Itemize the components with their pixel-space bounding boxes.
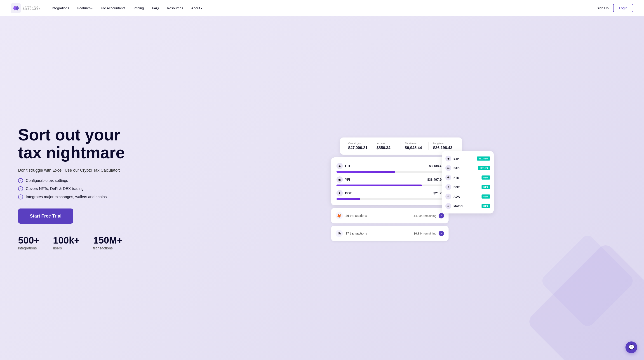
nav-pricing[interactable]: Pricing xyxy=(134,6,144,10)
stat-integrations: 500+ integrations xyxy=(18,235,40,250)
hero-title: Sort out your tax nightmare xyxy=(18,126,154,162)
check-icon-1: ✓ xyxy=(18,178,23,183)
crypto-left-btc: ◎ BTC xyxy=(446,165,460,171)
crypto-name-dot: DOT xyxy=(454,185,460,189)
stat-label-transactions: transactions xyxy=(93,246,123,250)
summary-label-2: Short term xyxy=(405,142,426,145)
nav-actions: Sign Up Login xyxy=(596,4,633,12)
tx-label-2: 17 transactions xyxy=(346,232,367,235)
stat-number-users: 100k+ xyxy=(53,235,80,246)
crypto-badge-eth: 881.88% xyxy=(477,156,490,161)
crypto-badge-ada: 49% xyxy=(482,194,490,199)
yfi-progress-fill xyxy=(336,185,422,186)
nav-faq[interactable]: FAQ xyxy=(152,6,159,10)
tx-label-1: 46 transactions xyxy=(346,214,367,218)
nav-about[interactable]: About xyxy=(191,6,202,10)
yfi-icon: ◉ xyxy=(336,176,343,183)
tx-check-2: ✓ xyxy=(438,231,444,236)
tx-check-1: ✓ xyxy=(438,213,444,218)
dot-name: DOT xyxy=(345,191,352,195)
crypto-icon-ada: ✧ xyxy=(446,194,451,199)
stat-number-transactions: 150M+ xyxy=(93,235,123,246)
hero-right: Overall gain $47,000.21 Income $856.34 S… xyxy=(154,133,626,243)
dot-progress-fill xyxy=(336,198,360,200)
assets-card: ◈ ETH $3,138.47 ◉ YFI xyxy=(331,157,448,205)
eth-name: ETH xyxy=(345,164,352,168)
summary-short-term: Short term $9,945.44 xyxy=(402,142,429,150)
crypto-name-btc: BTC xyxy=(454,166,460,170)
feature-item-1: ✓ Configurable tax settings xyxy=(18,178,154,183)
feature-text-2: Covers NFTs, DeFi & DEX trading xyxy=(26,187,84,191)
yfi-progress-bar xyxy=(336,185,443,186)
nav-features[interactable]: Features xyxy=(77,6,93,10)
logo[interactable]: CryptoTax CALCULATOR xyxy=(11,3,41,13)
crypto-badge-ftm: 58% xyxy=(482,175,490,180)
hero-stats: 500+ integrations 100k+ users 150M+ tran… xyxy=(18,235,154,250)
asset-row-eth: ◈ ETH $3,138.47 xyxy=(336,163,443,173)
dot-progress-bar xyxy=(336,198,443,200)
summary-income: Income $856.34 xyxy=(374,142,400,150)
stat-number-integrations: 500+ xyxy=(18,235,40,246)
summary-label-0: Overall gain xyxy=(348,142,369,145)
tx-remaining-1: $4,334 remaining xyxy=(414,214,436,218)
logo-text: CryptoTax CALCULATOR xyxy=(22,6,41,11)
hero-features: ✓ Configurable tax settings ✓ Covers NFT… xyxy=(18,178,154,199)
asset-row-yfi: ◉ YFI $38,497.90 xyxy=(336,176,443,186)
nav-integrations[interactable]: Integrations xyxy=(52,6,69,10)
crypto-item-eth: ◈ ETH 881.88% xyxy=(446,156,490,161)
crypto-name-ada: ADA xyxy=(454,195,460,198)
check-icon-3: ✓ xyxy=(18,194,23,199)
crypto-name-eth: ETH xyxy=(454,157,460,160)
crypto-item-btc: ◎ BTC 32.16% xyxy=(446,165,490,171)
tx-icon-1: 🦊 xyxy=(336,212,343,219)
crypto-badge-dot: 61% xyxy=(482,185,490,189)
crypto-badge-btc: 32.16% xyxy=(478,166,490,170)
asset-row-dot: ✦ DOT $21.21 xyxy=(336,190,443,200)
cta-button[interactable]: Start Free Trial xyxy=(18,208,73,224)
eth-progress-bar xyxy=(336,171,443,173)
crypto-left-ada: ✧ ADA xyxy=(446,194,460,199)
nav-links: Integrations Features For Accountants Pr… xyxy=(52,6,596,10)
stat-transactions: 150M+ transactions xyxy=(93,235,123,250)
nav-resources[interactable]: Resources xyxy=(167,6,183,10)
hero-subtitle: Don't struggle with Excel. Use our Crypt… xyxy=(18,168,154,173)
chat-widget[interactable]: 💬 xyxy=(626,341,637,353)
tx-right-2: $6,334 remaining ✓ xyxy=(414,231,444,236)
summary-overall-gain: Overall gain $47,000.21 xyxy=(346,142,372,150)
summary-label-3: Long term xyxy=(433,142,454,145)
crypto-item-dot: ✦ DOT 61% xyxy=(446,184,490,190)
crypto-name-ftm: FTM xyxy=(454,176,460,179)
tx-right-1: $4,334 remaining ✓ xyxy=(414,213,444,218)
crypto-badge-matic: 31% xyxy=(482,204,490,208)
hero-title-line2: tax nightmare xyxy=(18,144,125,162)
nav-for-accountants[interactable]: For Accountants xyxy=(101,6,125,10)
check-icon-2: ✓ xyxy=(18,186,23,191)
crypto-name-matic: MATIC xyxy=(454,204,462,208)
signup-link[interactable]: Sign Up xyxy=(596,6,608,10)
tx-left-1: 🦊 46 transactions xyxy=(336,212,367,219)
tx-icon-2: ◎ xyxy=(336,230,343,237)
eth-icon: ◈ xyxy=(336,163,343,169)
crypto-icon-eth: ◈ xyxy=(446,156,451,161)
transaction-card-1: 🦊 46 transactions $4,334 remaining ✓ xyxy=(331,208,448,223)
tx-remaining-2: $6,334 remaining xyxy=(414,232,436,235)
crypto-left-ftm: ❋ FTM xyxy=(446,175,460,180)
hero-title-line1: Sort out your xyxy=(18,126,120,144)
stat-label-integrations: integrations xyxy=(18,246,40,250)
navbar: CryptoTax CALCULATOR Integrations Featur… xyxy=(0,0,644,16)
login-button[interactable]: Login xyxy=(613,4,633,12)
crypto-icon-matic: ∞ xyxy=(446,203,451,209)
stat-label-users: users xyxy=(53,246,80,250)
summary-value-0: $47,000.21 xyxy=(348,146,369,150)
crypto-item-ada: ✧ ADA 49% xyxy=(446,194,490,199)
summary-value-2: $9,945.44 xyxy=(405,146,426,150)
summary-value-3: $36,198.43 xyxy=(433,146,454,150)
crypto-item-ftm: ❋ FTM 58% xyxy=(446,175,490,180)
hero-left: Sort out your tax nightmare Don't strugg… xyxy=(18,126,154,250)
crypto-left-dot: ✦ DOT xyxy=(446,184,460,190)
summary-value-1: $856.34 xyxy=(376,146,397,150)
crypto-icon-btc: ◎ xyxy=(446,165,451,171)
crypto-left-eth: ◈ ETH xyxy=(446,156,460,161)
tx-left-2: ◎ 17 transactions xyxy=(336,230,367,237)
yfi-name: YFI xyxy=(345,178,350,181)
